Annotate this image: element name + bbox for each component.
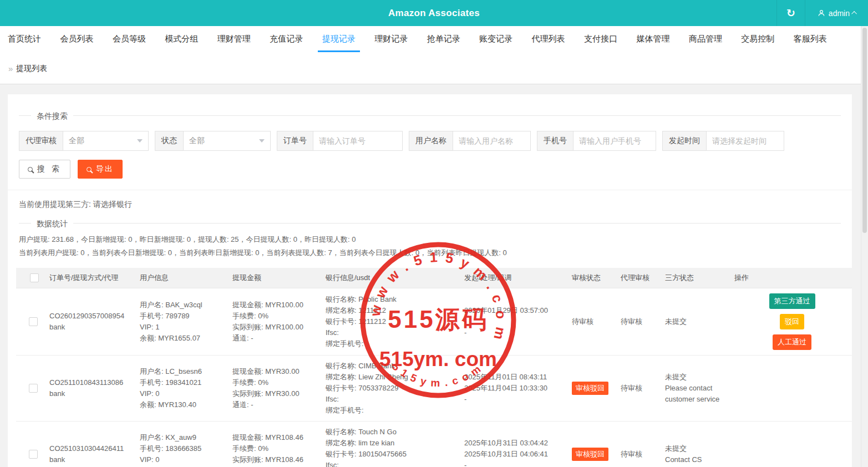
breadcrumb: » 提现列表 xyxy=(0,53,868,84)
filter-order-no-label: 订单号 xyxy=(277,131,313,150)
phone-input[interactable] xyxy=(579,136,650,145)
agent-audit-value: 全部 xyxy=(69,136,84,146)
col-order: 订单号/提现方式/代理 xyxy=(44,268,134,288)
filter-start-time-label: 发起时间 xyxy=(663,131,707,150)
row-checkbox[interactable] xyxy=(29,317,38,326)
scrollbar-thumb[interactable] xyxy=(862,28,867,233)
main-nav: 首页统计 会员列表 会员等级 模式分组 理财管理 充值记录 提现记录 理财记录 … xyxy=(0,26,868,53)
agent-audit-cell: 待审核 xyxy=(615,356,659,421)
reject-button[interactable]: 驳回 xyxy=(780,314,804,329)
tab-media-manage[interactable]: 媒体管理 xyxy=(632,26,674,53)
search-buttons: 搜 索 导出 xyxy=(19,160,841,179)
agent-audit-text: 待审核 xyxy=(621,316,657,327)
refresh-icon: ↻ xyxy=(786,7,795,19)
row-checkbox[interactable] xyxy=(29,450,38,459)
search-button-label: 搜 索 xyxy=(37,164,62,174)
col-dates: 发起/处理/回调 xyxy=(459,268,566,288)
agent-audit-text: 待审核 xyxy=(621,383,657,394)
status-value: 全部 xyxy=(189,136,205,146)
tab-grab-records[interactable]: 抢单记录 xyxy=(423,26,465,53)
col-user: 用户信息 xyxy=(134,268,227,288)
tab-home-stats[interactable]: 首页统计 xyxy=(3,26,45,53)
tab-agent-list[interactable]: 代理列表 xyxy=(527,26,570,53)
status-select[interactable]: 全部 xyxy=(184,131,270,150)
audit-status-cell: 待审核 xyxy=(566,288,615,355)
filter-row: 代理审核 全部 状态 全部 订单号 用户名称 xyxy=(19,131,841,151)
row-checkbox[interactable] xyxy=(29,384,38,393)
tab-member-level[interactable]: 会员等级 xyxy=(108,26,150,53)
agent-audit-cell: 待审核 xyxy=(615,422,659,467)
start-time-input[interactable] xyxy=(712,136,778,145)
export-search-icon xyxy=(87,167,92,172)
amount-cell: 提现金额: MYR108.46 手续费: 0% 实际到账: MYR108.46 … xyxy=(227,422,320,467)
refresh-button[interactable]: ↻ xyxy=(776,0,805,26)
order-cell: CO2511010843113086 bank xyxy=(44,356,134,421)
filter-agent-audit: 代理审核 全部 xyxy=(19,131,149,151)
search-icon xyxy=(28,167,33,172)
tab-finance-records[interactable]: 理财记录 xyxy=(370,26,412,53)
stats-line-2: 当前列表用户提现: 0，当前列表今日新增提现: 0，当前列表昨日新增提现: 0，… xyxy=(19,246,841,260)
admin-menu[interactable]: admin xyxy=(805,0,860,26)
audit-status-cell: 审核驳回 xyxy=(566,356,615,421)
user-cell: 用户名: KX_auw9 手机号: 183666385 VIP: 0 余额: M… xyxy=(134,422,227,467)
tab-trade-control[interactable]: 交易控制 xyxy=(737,26,779,53)
tab-payment-api[interactable]: 支付接口 xyxy=(580,26,622,53)
third-party-pass-button[interactable]: 第三方通过 xyxy=(769,293,815,309)
tab-withdraw-records[interactable]: 提现记录 xyxy=(318,26,360,53)
agent-audit-text: 待审核 xyxy=(621,449,657,460)
col-audit-status: 审核状态 xyxy=(566,268,615,288)
search-button[interactable]: 搜 索 xyxy=(19,160,70,179)
tab-product-manage[interactable]: 商品管理 xyxy=(684,26,727,53)
admin-username: admin xyxy=(829,9,850,18)
divider xyxy=(8,190,852,190)
actions-cell xyxy=(729,356,852,421)
export-button[interactable]: 导出 xyxy=(78,160,123,179)
tab-finance-manage[interactable]: 理财管理 xyxy=(213,26,255,53)
table-row: CO2511010843113086 bank 用户名: LC_bsesn6 手… xyxy=(16,356,852,422)
filter-agent-audit-label: 代理审核 xyxy=(19,131,63,150)
tab-mode-group[interactable]: 模式分组 xyxy=(160,26,202,53)
tab-balance-records[interactable]: 账变记录 xyxy=(475,26,517,53)
user-cell: 用户名: BAK_w3cql 手机号: 789789 VIP: 1 余额: MY… xyxy=(134,288,227,355)
dates-cell: 2026年01月29日 03:57:00 - - xyxy=(459,288,566,355)
chevron-up-icon xyxy=(851,11,857,17)
filter-status: 状态 全部 xyxy=(155,131,271,151)
third-status-cell: 未提交 xyxy=(659,288,729,355)
audit-status-text: 待审核 xyxy=(572,316,613,327)
search-fieldset: 条件搜索 xyxy=(19,115,841,116)
dropdown-arrow-icon xyxy=(137,139,143,143)
tab-member-list[interactable]: 会员列表 xyxy=(55,26,98,53)
amount-cell: 提现金额: MYR30.00 手续费: 0% 实际到账: MYR30.00 通道… xyxy=(227,356,320,421)
audit-rejected-badge: 审核驳回 xyxy=(572,448,608,461)
order-cell: CO2601290357008954 bank xyxy=(44,288,134,355)
vertical-scrollbar[interactable] xyxy=(861,26,868,467)
breadcrumb-icon: » xyxy=(8,64,13,73)
page-content: 条件搜索 代理审核 全部 状态 全部 订单号 xyxy=(0,84,868,466)
tab-recharge-records[interactable]: 充值记录 xyxy=(265,26,307,53)
agent-audit-cell: 待审核 xyxy=(615,288,659,355)
audit-rejected-badge: 审核驳回 xyxy=(572,382,608,395)
col-third-status: 三方状态 xyxy=(659,268,729,288)
order-no-input[interactable] xyxy=(319,136,397,145)
col-actions: 操作 xyxy=(729,268,852,288)
filter-user-name-label: 用户名称 xyxy=(409,131,453,150)
filter-order-no: 订单号 xyxy=(277,131,403,151)
search-legend: 条件搜索 xyxy=(31,110,73,121)
amount-cell: 提现金额: MYR100.00 手续费: 0% 实际到账: MYR100.00 … xyxy=(227,288,320,355)
withdraw-table: 订单号/提现方式/代理 用户信息 提现金额 银行信息/usdt 发起/处理/回调… xyxy=(16,268,852,467)
user-icon xyxy=(818,9,825,17)
dates-cell: 2025年11月01日 08:43:11 2025年11月04日 10:33:3… xyxy=(459,356,566,421)
select-all-checkbox[interactable] xyxy=(30,273,39,282)
filter-start-time: 发起时间 xyxy=(662,131,784,151)
user-name-input[interactable] xyxy=(459,136,525,145)
actions-cell: 第三方通过 驳回 人工通过 xyxy=(729,288,852,355)
withdraw-card: 条件搜索 代理审核 全部 状态 全部 订单号 xyxy=(8,94,852,467)
manual-pass-button[interactable]: 人工通过 xyxy=(773,334,811,350)
dropdown-arrow-icon xyxy=(259,139,265,143)
agent-audit-select[interactable]: 全部 xyxy=(63,131,148,150)
col-agent-audit: 代理审核 xyxy=(615,268,659,288)
audit-status-cell: 审核驳回 xyxy=(566,422,615,467)
bank-cell: 银行名称: Touch N Go 绑定名称: lim tze kian 银行卡号… xyxy=(320,422,459,467)
tab-cs-list[interactable]: 客服列表 xyxy=(789,26,831,53)
table-row: CO2601290357008954 bank 用户名: BAK_w3cql 手… xyxy=(16,288,852,356)
